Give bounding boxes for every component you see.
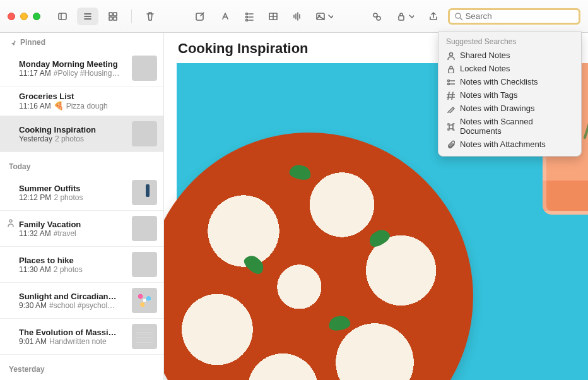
note-item-outfits[interactable]: Summer Outfits 12:12 PM 2 photos [0,175,163,211]
notes-list[interactable]: Pinned Monday Morning Meeting 11:17 AM #… [0,33,164,380]
svg-rect-8 [114,17,117,20]
note-thumbnail [132,216,157,241]
format-tools [215,8,338,25]
suggested-drawings[interactable]: Notes with Drawings [438,102,581,115]
checklist-icon [446,78,455,86]
scan-icon [446,122,455,131]
svg-rect-28 [399,16,404,20]
checklist-button[interactable] [238,8,260,25]
link-note-button[interactable] [366,8,387,25]
note-item-vacation[interactable]: Family Vacation 11:32 AM #travel [0,211,163,247]
note-title: Cooking Inspiration [19,125,127,134]
maximize-button[interactable] [33,13,40,20]
chevron-down-icon [408,11,414,21]
share-icon [428,11,438,21]
note-detail: 2 photos [54,193,83,202]
lock-button[interactable] [391,8,419,25]
note-thumbnail [132,288,157,313]
link-icon [372,11,382,21]
photo-basil [328,314,351,332]
note-time: 11:17 AM [19,69,51,78]
note-title: Monday Morning Meeting [19,59,127,69]
chevron-down-icon [327,11,333,21]
search-icon [454,11,462,21]
note-title: Places to hike [19,256,127,265]
section-label: Today [9,162,30,171]
view-gallery-button[interactable] [102,8,124,25]
suggested-checklists[interactable]: Notes with Checklists [438,75,581,88]
svg-point-42 [9,220,12,222]
suggested-item-label: Notes with Tags [460,90,518,100]
yesterday-section-header: Yesterday [0,355,163,377]
close-button[interactable] [8,13,15,20]
sidebar-icon [57,11,68,21]
today-section-header: Today [0,152,163,175]
note-item-sunlight[interactable]: Sunlight and Circadian… 9:30 AM #school … [0,283,163,319]
note-detail: Handwritten note [49,337,107,346]
note-item-cooking[interactable]: Cooking Inspiration Yesterday 2 photos [0,116,163,152]
section-label: Yesterday [9,365,45,374]
note-thumbnail [132,56,157,81]
paperclip-icon [446,140,455,149]
waveform-icon [292,11,302,21]
note-detail: #school #psychol… [49,301,115,310]
note-item-yosemite[interactable]: Yosemite National Park [0,377,163,380]
photo-icon [315,11,326,21]
toggle-sidebar-button[interactable] [52,8,73,25]
suggested-shared-notes[interactable]: Shared Notes [438,49,581,62]
suggested-item-label: Notes with Attachments [460,140,546,149]
photo-pizza [164,133,473,380]
note-time: Yesterday [19,134,52,143]
photo-basil [366,227,391,249]
svg-rect-32 [449,69,454,73]
svg-line-27 [377,16,377,17]
lock-icon [446,64,455,73]
separator [131,9,132,23]
pencil-icon [446,104,455,113]
note-item-groceries[interactable]: Groceries List 11:16 AM 🍕 Pizza dough [0,86,163,116]
checklist-icon [244,11,254,21]
table-button[interactable] [262,8,284,25]
note-detail: 2 photos [54,265,83,274]
svg-line-37 [448,92,449,100]
svg-point-14 [245,19,247,21]
search-field[interactable] [448,8,580,25]
lock-icon [396,11,406,21]
suggested-item-label: Notes with Drawings [460,104,535,113]
note-thumbnail [132,180,157,205]
view-list-button[interactable] [77,8,98,25]
delete-button[interactable] [139,8,161,25]
suggested-attachments[interactable]: Notes with Attachments [438,138,581,151]
note-title: Groceries List [19,92,157,101]
suggested-tags[interactable]: Notes with Tags [438,88,581,102]
suggested-scanned[interactable]: Notes with Scanned Documents [438,115,581,138]
list-icon [83,11,93,21]
note-item-hike[interactable]: Places to hike 11:30 AM 2 photos [0,247,163,283]
share-button[interactable] [423,8,444,25]
note-title: The Evolution of Massi… [19,328,127,337]
note-item-evolution[interactable]: The Evolution of Massi… 9:01 AM Handwrit… [0,319,163,355]
search-input[interactable] [465,11,575,21]
svg-rect-41 [449,125,453,129]
audio-button[interactable] [286,8,308,25]
photo-basil [242,252,267,276]
svg-point-35 [448,83,450,85]
grid-icon [108,11,118,21]
minimize-button[interactable] [20,13,28,20]
suggested-item-label: Notes with Checklists [460,77,538,86]
svg-rect-0 [59,13,66,20]
media-button[interactable] [310,8,338,25]
new-note-button[interactable] [189,8,211,25]
text-format-button[interactable] [215,8,236,25]
svg-point-31 [450,52,453,56]
svg-line-38 [452,92,453,100]
window-controls [8,13,40,20]
suggested-header: Suggested Searches [438,36,581,49]
svg-rect-7 [109,17,112,20]
note-item-monday-meeting[interactable]: Monday Morning Meeting 11:17 AM #Policy … [0,50,163,86]
hashtag-icon [446,91,455,100]
suggested-locked-notes[interactable]: Locked Notes [438,62,581,75]
svg-point-10 [245,13,247,15]
pinned-section-header: Pinned [0,33,163,50]
note-thumbnail [132,252,157,277]
